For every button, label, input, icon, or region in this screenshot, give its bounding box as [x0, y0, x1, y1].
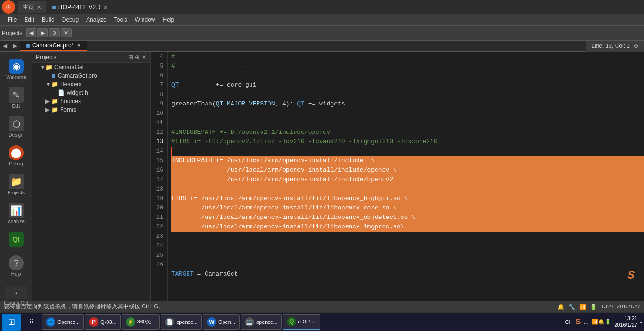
- tree-item-widget[interactable]: 📄 widget.h: [32, 88, 150, 97]
- tab-itop-icon: ◼: [52, 4, 56, 10]
- tab-itop-close[interactable]: ✕: [103, 4, 107, 10]
- design-icon: ⬡: [9, 116, 24, 131]
- taskbar-show-desktop[interactable]: ▪: [640, 319, 642, 325]
- status-icons: 🔔 🔧 📶 🔋 13:21 2016/1/27: [557, 304, 640, 310]
- app-label-opencc1: Opencc...: [57, 319, 80, 325]
- tree-arrow-camaraget: ▼: [40, 64, 45, 70]
- iconbar-qt[interactable]: Qt: [3, 229, 29, 251]
- clock-date: 2016/1/27: [614, 322, 637, 328]
- menu-help[interactable]: Help: [159, 17, 179, 23]
- menu-debug[interactable]: Debug: [58, 17, 82, 23]
- code-line-15: /usr/local/arm/opencv-install/include/op…: [171, 166, 644, 175]
- taskbar-app-opencc1[interactable]: 🌐 Opencc...: [42, 314, 84, 330]
- status-icon-2: 🔧: [568, 304, 575, 310]
- code-line-12b: #LIBS += -LD:/opencv2.1/lib/ -lcv210 -lc…: [171, 137, 644, 147]
- tree-label-camaraget: CamaraGet: [54, 64, 84, 70]
- iconbar-welcome[interactable]: ◉ Welcome: [3, 56, 29, 83]
- tree-item-sources[interactable]: ▶ 📁 Sources: [32, 97, 150, 105]
- code-line-26: TARGET = CamaraGet: [171, 270, 644, 279]
- file-icon-pro: ◼: [26, 42, 30, 49]
- taskbar-app-word[interactable]: W Open...: [203, 314, 240, 330]
- tree-item-camaraget[interactable]: ▼ 📁 CamaraGet: [32, 63, 150, 71]
- code-line-6: [171, 71, 644, 80]
- folder-icon-camaraget: 📁: [45, 64, 53, 70]
- code-line-18: LIBS += /usr/local/arm/opencv-install/li…: [171, 194, 644, 203]
- app-icon-q03: P: [89, 317, 98, 327]
- app-label-360: 360免...: [137, 318, 156, 325]
- taskbar-app-q03[interactable]: P Q-03...: [85, 314, 121, 330]
- iconbar-help[interactable]: ? Help: [3, 253, 29, 279]
- menu-analyze[interactable]: Analyze: [82, 17, 110, 23]
- position-expand[interactable]: ⊕: [634, 43, 638, 49]
- taskbar-app-itop[interactable]: Q iTOP-...: [283, 314, 321, 330]
- scroll-right-btn[interactable]: ▶: [634, 300, 643, 301]
- app-label-word: Open...: [218, 319, 235, 325]
- code-line-10: [171, 109, 644, 118]
- app-label-q03: Q-03...: [100, 319, 116, 325]
- toolbar-back[interactable]: ◀: [26, 28, 36, 37]
- code-line-7: QT += core gui: [171, 80, 644, 90]
- app-icon-word: W: [207, 317, 216, 327]
- nav-fwd[interactable]: ▶: [10, 43, 20, 49]
- file-tab-dropdown[interactable]: ▼: [76, 43, 81, 48]
- sogou-icon: S: [628, 269, 635, 282]
- app-icon-360: ⚡: [126, 317, 135, 327]
- sidebar-header: Projects ⊞ ⊕ ✕: [32, 52, 150, 63]
- folder-icon-forms: 📁: [51, 106, 58, 113]
- menu-build[interactable]: Build: [38, 17, 58, 23]
- iconbar-design[interactable]: ⬡ Design: [3, 113, 29, 140]
- app-icon-opencc3: 💻: [245, 317, 254, 327]
- menu-window[interactable]: Window: [131, 17, 159, 23]
- file-tab-camaraget[interactable]: ◼ CamaraGet.pro* ▼: [20, 41, 87, 51]
- analyze-icon: 📊: [9, 203, 24, 218]
- taskbar-app-360[interactable]: ⚡ 360免...: [122, 314, 160, 330]
- toolbar-sync[interactable]: ⊕: [49, 28, 60, 37]
- toolbar-fwd[interactable]: ▶: [37, 28, 48, 37]
- camara-thumb: ▪: [5, 286, 27, 299]
- taskbar-start[interactable]: ⊞: [2, 314, 21, 331]
- toolbar-close[interactable]: ✕: [61, 28, 72, 37]
- code-line-16: /usr/local/arm/opencv-install/include/op…: [171, 175, 644, 184]
- scroll-left-btn[interactable]: ◀: [152, 300, 161, 301]
- tree-item-headers[interactable]: ▼ 📁 Headers: [32, 80, 150, 88]
- sidebar-icon-close[interactable]: ✕: [142, 54, 146, 61]
- code-line-12a: #INCLUDEPATH += D:/opencv2.1/include/ope…: [171, 128, 644, 137]
- tab-home[interactable]: 主页 ✕: [18, 1, 46, 13]
- menu-edit[interactable]: Edit: [20, 17, 38, 23]
- tree-item-pro[interactable]: ◼ CamaraGet.pro: [32, 71, 150, 80]
- iconbar-debug[interactable]: ⬤ Debug: [3, 142, 29, 169]
- menu-tools[interactable]: Tools: [110, 17, 131, 23]
- status-icon-4: 🔋: [590, 304, 597, 310]
- main-panel: ◉ Welcome ✎ Edit ⬡ Design ⬤ Debug 📁 Proj…: [0, 52, 644, 301]
- pro-icon: ◼: [51, 72, 56, 79]
- tree-label-pro: CamaraGet.pro: [58, 72, 97, 79]
- tab-home-label: 主页: [23, 3, 34, 11]
- sidebar-icon-add[interactable]: ⊕: [135, 54, 140, 61]
- taskbar-app-opencc3[interactable]: 💻 opencc...: [241, 314, 282, 330]
- taskbar-clock: 13:21 2016/1/27: [614, 315, 637, 328]
- menu-file[interactable]: File: [4, 17, 20, 23]
- iconbar-analyze[interactable]: 📊 Analyze: [3, 200, 29, 227]
- ubuntu-logo: ⊙: [2, 0, 15, 14]
- file-icon-widget: 📄: [58, 89, 65, 96]
- code-line-23: [171, 241, 644, 251]
- icon-bar: ◉ Welcome ✎ Edit ⬡ Design ⬤ Debug 📁 Proj…: [0, 52, 32, 301]
- nav-back[interactable]: ◀: [0, 43, 10, 49]
- code-editor[interactable]: 4 5 6 7 8 9 10 11 12 13 14 15 16 17 18 1…: [151, 52, 644, 301]
- code-line-21: /usr/local/arm/opencv-install/lib/libope…: [171, 222, 644, 232]
- tab-home-close[interactable]: ✕: [37, 4, 41, 10]
- app-label-opencc2: opencc...: [176, 319, 197, 325]
- iconbar-projects[interactable]: 📁 Projects: [3, 171, 29, 198]
- menu-bar: File Edit Build Debug Analyze Tools Wind…: [0, 14, 644, 26]
- sidebar-icon-filter[interactable]: ⊞: [128, 54, 133, 61]
- taskbar-app-opencc2[interactable]: 📄 opencc...: [161, 314, 202, 330]
- taskbar-divider: ⠿: [23, 314, 40, 331]
- tab-itop[interactable]: ◼ iTOP-4412_V2.0 ✕: [47, 2, 112, 12]
- debug-icon: ⬤: [9, 145, 24, 160]
- tree-item-forms[interactable]: ▶ 📁 Forms: [32, 105, 150, 114]
- line-numbers: 4 5 6 7 8 9 10 11 12 13 14 15 16 17 18 1…: [151, 52, 168, 301]
- code-line-24: [171, 251, 644, 260]
- iconbar-edit[interactable]: ✎ Edit: [3, 85, 29, 112]
- code-content[interactable]: # #-------------------------------------…: [168, 52, 644, 301]
- code-line-4: #: [171, 52, 644, 61]
